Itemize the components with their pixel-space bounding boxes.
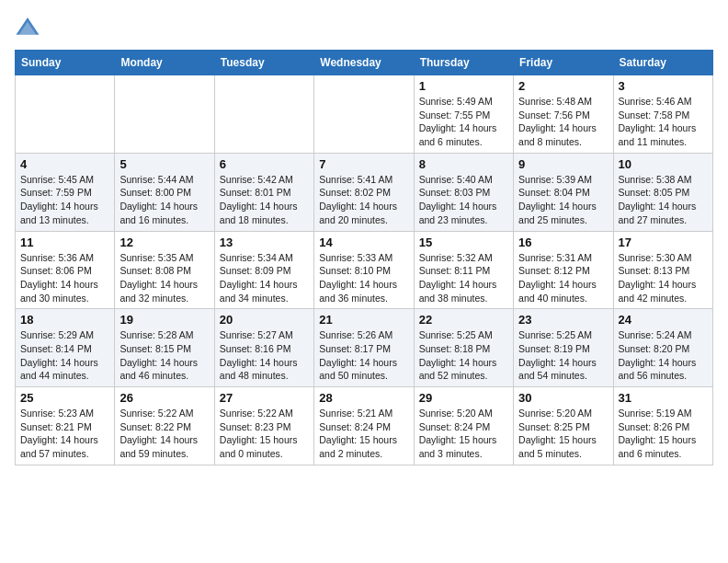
day-number: 30 <box>518 391 608 405</box>
day-info: Sunrise: 5:24 AM Sunset: 8:20 PM Dayligh… <box>619 328 708 383</box>
day-number: 26 <box>119 391 209 405</box>
calendar-cell: 13Sunrise: 5:34 AM Sunset: 8:09 PM Dayli… <box>214 231 313 309</box>
calendar-cell: 3Sunrise: 5:46 AM Sunset: 7:58 PM Daylig… <box>613 75 712 154</box>
calendar-cell: 4Sunrise: 5:45 AM Sunset: 7:59 PM Daylig… <box>16 153 115 231</box>
calendar-cell: 11Sunrise: 5:36 AM Sunset: 8:06 PM Dayli… <box>16 231 115 309</box>
calendar-week-row: 18Sunrise: 5:29 AM Sunset: 8:14 PM Dayli… <box>16 309 713 387</box>
calendar-header: SundayMondayTuesdayWednesdayThursdayFrid… <box>16 51 713 75</box>
day-number: 5 <box>119 157 209 171</box>
calendar-week-row: 25Sunrise: 5:23 AM Sunset: 8:21 PM Dayli… <box>16 387 713 465</box>
day-number: 20 <box>220 313 309 327</box>
day-info: Sunrise: 5:27 AM Sunset: 8:16 PM Dayligh… <box>220 328 309 383</box>
day-number: 25 <box>20 391 109 405</box>
day-number: 31 <box>619 391 708 405</box>
calendar-cell: 23Sunrise: 5:25 AM Sunset: 8:19 PM Dayli… <box>514 309 613 387</box>
day-info: Sunrise: 5:21 AM Sunset: 8:24 PM Dayligh… <box>319 407 408 461</box>
day-info: Sunrise: 5:31 AM Sunset: 8:12 PM Dayligh… <box>518 251 608 305</box>
weekday-header-friday: Friday <box>514 51 613 75</box>
day-info: Sunrise: 5:49 AM Sunset: 7:55 PM Dayligh… <box>419 95 508 149</box>
day-number: 24 <box>619 313 708 327</box>
calendar-cell <box>115 75 214 154</box>
day-info: Sunrise: 5:25 AM Sunset: 8:19 PM Dayligh… <box>518 328 608 383</box>
day-number: 19 <box>119 313 209 327</box>
logo-icon <box>15 15 40 40</box>
day-info: Sunrise: 5:36 AM Sunset: 8:06 PM Dayligh… <box>20 251 109 305</box>
calendar-cell: 12Sunrise: 5:35 AM Sunset: 8:08 PM Dayli… <box>115 231 214 309</box>
calendar-cell: 16Sunrise: 5:31 AM Sunset: 8:12 PM Dayli… <box>514 231 613 309</box>
day-number: 7 <box>319 157 408 171</box>
day-info: Sunrise: 5:46 AM Sunset: 7:58 PM Dayligh… <box>619 95 708 149</box>
page-header <box>15 15 713 40</box>
day-info: Sunrise: 5:35 AM Sunset: 8:08 PM Dayligh… <box>119 251 209 305</box>
day-number: 18 <box>20 313 109 327</box>
day-number: 6 <box>220 157 309 171</box>
day-number: 4 <box>20 157 109 171</box>
calendar-cell: 21Sunrise: 5:26 AM Sunset: 8:17 PM Dayli… <box>314 309 414 387</box>
weekday-header-sunday: Sunday <box>16 51 115 75</box>
calendar-cell: 25Sunrise: 5:23 AM Sunset: 8:21 PM Dayli… <box>16 387 115 465</box>
calendar-cell: 8Sunrise: 5:40 AM Sunset: 8:03 PM Daylig… <box>414 153 513 231</box>
day-info: Sunrise: 5:44 AM Sunset: 8:00 PM Dayligh… <box>119 173 209 227</box>
day-number: 17 <box>619 236 708 249</box>
day-info: Sunrise: 5:42 AM Sunset: 8:01 PM Dayligh… <box>220 173 309 227</box>
calendar-cell: 27Sunrise: 5:22 AM Sunset: 8:23 PM Dayli… <box>214 387 313 465</box>
calendar-cell: 9Sunrise: 5:39 AM Sunset: 8:04 PM Daylig… <box>514 153 613 231</box>
day-info: Sunrise: 5:22 AM Sunset: 8:22 PM Dayligh… <box>119 407 209 461</box>
calendar-cell: 28Sunrise: 5:21 AM Sunset: 8:24 PM Dayli… <box>314 387 414 465</box>
day-number: 13 <box>220 236 309 249</box>
weekday-header-tuesday: Tuesday <box>214 51 313 75</box>
day-number: 9 <box>518 157 608 171</box>
day-info: Sunrise: 5:23 AM Sunset: 8:21 PM Dayligh… <box>20 407 109 461</box>
day-info: Sunrise: 5:28 AM Sunset: 8:15 PM Dayligh… <box>119 328 209 383</box>
day-info: Sunrise: 5:20 AM Sunset: 8:25 PM Dayligh… <box>518 407 608 461</box>
calendar-cell: 7Sunrise: 5:41 AM Sunset: 8:02 PM Daylig… <box>314 153 414 231</box>
calendar-cell: 24Sunrise: 5:24 AM Sunset: 8:20 PM Dayli… <box>613 309 712 387</box>
calendar-cell <box>16 75 115 154</box>
calendar-cell: 20Sunrise: 5:27 AM Sunset: 8:16 PM Dayli… <box>214 309 313 387</box>
day-number: 12 <box>119 236 209 249</box>
day-number: 27 <box>220 391 309 405</box>
calendar-cell: 15Sunrise: 5:32 AM Sunset: 8:11 PM Dayli… <box>414 231 513 309</box>
day-info: Sunrise: 5:34 AM Sunset: 8:09 PM Dayligh… <box>220 251 309 305</box>
day-number: 15 <box>419 236 508 249</box>
calendar-table: SundayMondayTuesdayWednesdayThursdayFrid… <box>15 50 713 465</box>
day-number: 21 <box>319 313 408 327</box>
day-info: Sunrise: 5:26 AM Sunset: 8:17 PM Dayligh… <box>319 328 408 383</box>
day-number: 8 <box>419 157 508 171</box>
calendar-cell: 19Sunrise: 5:28 AM Sunset: 8:15 PM Dayli… <box>115 309 214 387</box>
day-info: Sunrise: 5:29 AM Sunset: 8:14 PM Dayligh… <box>20 328 109 383</box>
day-number: 11 <box>20 236 109 249</box>
calendar-cell <box>314 75 414 154</box>
weekday-header-saturday: Saturday <box>613 51 712 75</box>
day-info: Sunrise: 5:33 AM Sunset: 8:10 PM Dayligh… <box>319 251 408 305</box>
day-number: 28 <box>319 391 408 405</box>
calendar-cell: 22Sunrise: 5:25 AM Sunset: 8:18 PM Dayli… <box>414 309 513 387</box>
day-info: Sunrise: 5:41 AM Sunset: 8:02 PM Dayligh… <box>319 173 408 227</box>
day-number: 23 <box>518 313 608 327</box>
calendar-cell: 18Sunrise: 5:29 AM Sunset: 8:14 PM Dayli… <box>16 309 115 387</box>
calendar-cell: 29Sunrise: 5:20 AM Sunset: 8:24 PM Dayli… <box>414 387 513 465</box>
day-number: 14 <box>319 236 408 249</box>
day-info: Sunrise: 5:40 AM Sunset: 8:03 PM Dayligh… <box>419 173 508 227</box>
logo <box>15 15 44 40</box>
calendar-cell: 1Sunrise: 5:49 AM Sunset: 7:55 PM Daylig… <box>414 75 513 154</box>
day-info: Sunrise: 5:32 AM Sunset: 8:11 PM Dayligh… <box>419 251 508 305</box>
calendar-cell: 6Sunrise: 5:42 AM Sunset: 8:01 PM Daylig… <box>214 153 313 231</box>
calendar-cell <box>214 75 313 154</box>
calendar-cell: 31Sunrise: 5:19 AM Sunset: 8:26 PM Dayli… <box>613 387 712 465</box>
day-info: Sunrise: 5:48 AM Sunset: 7:56 PM Dayligh… <box>518 95 608 149</box>
day-number: 10 <box>619 157 708 171</box>
calendar-week-row: 1Sunrise: 5:49 AM Sunset: 7:55 PM Daylig… <box>16 75 713 154</box>
calendar-week-row: 11Sunrise: 5:36 AM Sunset: 8:06 PM Dayli… <box>16 231 713 309</box>
day-number: 3 <box>619 79 708 93</box>
weekday-header-monday: Monday <box>115 51 214 75</box>
day-info: Sunrise: 5:19 AM Sunset: 8:26 PM Dayligh… <box>619 407 708 461</box>
calendar-cell: 5Sunrise: 5:44 AM Sunset: 8:00 PM Daylig… <box>115 153 214 231</box>
day-info: Sunrise: 5:45 AM Sunset: 7:59 PM Dayligh… <box>20 173 109 227</box>
day-info: Sunrise: 5:22 AM Sunset: 8:23 PM Dayligh… <box>220 407 309 461</box>
calendar-cell: 26Sunrise: 5:22 AM Sunset: 8:22 PM Dayli… <box>115 387 214 465</box>
day-info: Sunrise: 5:25 AM Sunset: 8:18 PM Dayligh… <box>419 328 508 383</box>
calendar-cell: 10Sunrise: 5:38 AM Sunset: 8:05 PM Dayli… <box>613 153 712 231</box>
calendar-week-row: 4Sunrise: 5:45 AM Sunset: 7:59 PM Daylig… <box>16 153 713 231</box>
calendar-cell: 30Sunrise: 5:20 AM Sunset: 8:25 PM Dayli… <box>514 387 613 465</box>
